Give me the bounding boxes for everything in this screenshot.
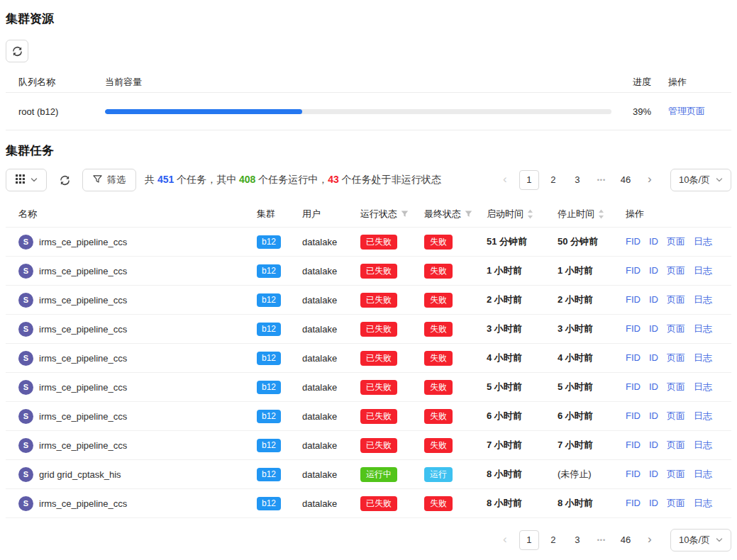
action-link-id[interactable]: ID — [649, 381, 658, 392]
action-link-id[interactable]: ID — [649, 469, 658, 479]
action-link-page[interactable]: 页面 — [667, 410, 685, 421]
pagination: ‹123•••46› — [493, 530, 662, 550]
resources-refresh-button[interactable] — [6, 40, 28, 62]
start-time: 8 小时前 — [474, 497, 545, 510]
pagination-prev-button[interactable]: ‹ — [495, 170, 515, 190]
action-link-fid[interactable]: FID — [626, 381, 641, 392]
action-link-fid[interactable]: FID — [626, 294, 641, 305]
action-link-fid[interactable]: FID — [626, 265, 641, 276]
filter-icon[interactable] — [401, 210, 409, 218]
action-link-page[interactable]: 页面 — [667, 469, 685, 479]
pagination-page-3[interactable]: 3 — [567, 170, 587, 190]
chevron-down-icon — [716, 177, 723, 184]
pagination-page-46[interactable]: 46 — [616, 170, 636, 190]
grid-icon — [16, 174, 25, 186]
action-link-page[interactable]: 页面 — [667, 294, 685, 305]
avatar: S — [18, 467, 33, 482]
footer-pagination-bar: ‹123•••46› 10条/页 — [6, 529, 731, 551]
action-link-page[interactable]: 页面 — [667, 498, 685, 508]
action-link-fid[interactable]: FID — [626, 498, 641, 508]
cluster-tag: b12 — [257, 439, 281, 452]
action-link-id[interactable]: ID — [649, 236, 658, 247]
tasks-refresh-button[interactable] — [55, 169, 74, 191]
page-size-select[interactable]: 10条/页 — [670, 529, 731, 551]
avatar: S — [18, 351, 33, 366]
table-row: S irms_ce_pipeline_ccs b12 datalake 已失败 … — [6, 286, 731, 315]
pagination-page-2[interactable]: 2 — [543, 170, 563, 190]
action-link-id[interactable]: ID — [649, 294, 658, 305]
action-link-log[interactable]: 日志 — [694, 265, 712, 276]
pagination-next-button[interactable]: › — [640, 170, 660, 190]
table-row: S irms_ce_pipeline_ccs b12 datalake 已失败 … — [6, 402, 731, 431]
col-header-final-status[interactable]: 最终状态 — [411, 208, 474, 220]
pagination-page-2[interactable]: 2 — [543, 530, 563, 550]
summary-count: 408 — [239, 174, 255, 185]
pagination-ellipsis[interactable]: ••• — [592, 170, 611, 190]
avatar: S — [18, 438, 33, 453]
action-link-id[interactable]: ID — [649, 410, 658, 421]
action-link-id[interactable]: ID — [649, 265, 658, 276]
action-link-page[interactable]: 页面 — [667, 381, 685, 392]
avatar: S — [18, 235, 33, 250]
action-link-log[interactable]: 日志 — [694, 469, 712, 479]
action-link-log[interactable]: 日志 — [694, 410, 712, 421]
col-header-start-time[interactable]: 启动时间 — [474, 208, 545, 220]
table-row: S irms_ce_pipeline_ccs b12 datalake 已失败 … — [6, 228, 731, 257]
col-header-run-status[interactable]: 运行状态 — [348, 208, 411, 220]
action-link-fid[interactable]: FID — [626, 410, 641, 421]
col-header-queue-name: 队列名称 — [6, 76, 105, 89]
row-actions: FIDID页面日志 — [613, 352, 731, 364]
action-link-id[interactable]: ID — [649, 352, 658, 363]
tasks-table-header: 名称 集群 用户 运行状态 最终状态 启动时间 — [6, 201, 731, 228]
task-user: datalake — [289, 382, 348, 393]
final-status-badge: 运行 — [424, 467, 453, 482]
tasks-section-title: 集群任务 — [6, 142, 731, 159]
action-link-log[interactable]: 日志 — [694, 439, 712, 450]
action-link-log[interactable]: 日志 — [694, 323, 712, 334]
action-link-page[interactable]: 页面 — [667, 439, 685, 450]
action-link-log[interactable]: 日志 — [694, 352, 712, 363]
pagination-prev-button[interactable]: ‹ — [495, 530, 515, 550]
pagination-ellipsis[interactable]: ••• — [592, 530, 611, 550]
pagination-page-46[interactable]: 46 — [616, 530, 636, 550]
manage-page-link[interactable]: 管理页面 — [668, 106, 705, 116]
run-status-badge: 已失败 — [360, 380, 397, 395]
row-actions: FIDID页面日志 — [613, 410, 731, 422]
pagination-page-1[interactable]: 1 — [519, 170, 539, 190]
final-status-badge: 失败 — [424, 409, 453, 424]
action-link-log[interactable]: 日志 — [694, 236, 712, 247]
start-time: 6 小时前 — [474, 410, 545, 422]
action-link-log[interactable]: 日志 — [694, 498, 712, 508]
action-link-fid[interactable]: FID — [626, 469, 641, 479]
filter-button[interactable]: 筛选 — [82, 169, 136, 191]
pagination-page-3[interactable]: 3 — [567, 530, 587, 550]
action-link-fid[interactable]: FID — [626, 236, 641, 247]
summary-text: 共 — [145, 174, 157, 185]
start-time: 51 分钟前 — [474, 235, 545, 248]
avatar: S — [18, 380, 33, 395]
action-link-log[interactable]: 日志 — [694, 294, 712, 305]
action-link-id[interactable]: ID — [649, 498, 658, 508]
action-link-fid[interactable]: FID — [626, 439, 641, 450]
resources-table-header: 队列名称 当前容量 进度 操作 — [6, 72, 731, 93]
col-header-stop-time[interactable]: 停止时间 — [545, 208, 613, 220]
cluster-tag: b12 — [257, 468, 281, 481]
action-link-fid[interactable]: FID — [626, 352, 641, 363]
stop-time: 2 小时前 — [545, 293, 613, 306]
action-link-id[interactable]: ID — [649, 323, 658, 334]
action-link-fid[interactable]: FID — [626, 323, 641, 334]
action-link-page[interactable]: 页面 — [667, 236, 685, 247]
layout-button[interactable] — [6, 169, 47, 191]
action-link-page[interactable]: 页面 — [667, 265, 685, 276]
sync-icon — [60, 175, 70, 186]
action-link-log[interactable]: 日志 — [694, 381, 712, 392]
task-user: datalake — [289, 237, 348, 247]
table-row: S irms_ce_pipeline_ccs b12 datalake 已失败 … — [6, 315, 731, 344]
action-link-page[interactable]: 页面 — [667, 323, 685, 334]
page-size-select[interactable]: 10条/页 — [670, 169, 731, 191]
pagination-next-button[interactable]: › — [640, 530, 660, 550]
filter-icon[interactable] — [465, 210, 472, 218]
pagination-page-1[interactable]: 1 — [519, 530, 539, 550]
action-link-page[interactable]: 页面 — [667, 352, 685, 363]
action-link-id[interactable]: ID — [649, 439, 658, 450]
